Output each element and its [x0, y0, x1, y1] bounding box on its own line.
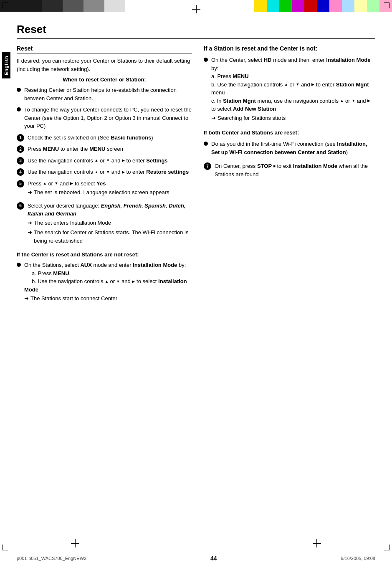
num-4: 4 — [17, 168, 24, 176]
step-5-text: Press or and to select Yes ➜ The set is … — [28, 180, 169, 198]
num-2: 2 — [17, 145, 24, 153]
right-add-new: Add New Station — [233, 106, 276, 112]
step5-arrow-text: The set is rebooted. Language selection … — [34, 188, 169, 197]
right-arrow1: ➜ Searching for Stations starts — [211, 114, 375, 122]
language-tab: English — [2, 52, 10, 79]
step-7-text: On Center, press STOP to exit Installati… — [215, 162, 375, 178]
bar-gray — [63, 0, 83, 12]
bullet-dot-1 — [17, 88, 21, 92]
center-arrow: ➜ The Stations start to connect Center — [24, 294, 192, 303]
right-bullet-text: On the Center, select HD mode and then, … — [211, 56, 375, 124]
step6-arrow2-text: The search for Center or Stations starts… — [34, 228, 192, 245]
bar-dark — [42, 0, 63, 12]
corner-mark-tl — [3, 3, 8, 8]
tri-up-3 — [94, 157, 98, 164]
step6-arrow1-text: The set enters Installation Mode — [34, 219, 111, 227]
step4-restore: Restore settings — [146, 169, 189, 175]
right-bullet-dot — [204, 58, 208, 62]
tri-right-5 — [70, 180, 73, 187]
tri-right-c — [132, 278, 135, 284]
bar-right — [254, 0, 392, 12]
center-bullet-text: On the Stations, select AUX mode and ent… — [24, 261, 192, 304]
footer-right: 9/16/2005, 09:08 — [341, 556, 375, 561]
footer-left: p001-p051_WACS700_EngNEW2 — [17, 556, 86, 561]
tri-right-r2 — [367, 98, 370, 104]
tri-down-r — [296, 81, 300, 88]
step-4-text: Use the navigation controls or and to en… — [28, 168, 189, 176]
num-6: 6 — [17, 202, 24, 210]
right-b: b. Use the navigation controls or and to… — [211, 81, 369, 96]
step2-menu1: MENU — [43, 146, 59, 152]
right-column: If a Station is reset and the Center is … — [204, 45, 375, 308]
step-2-text: Press MENU to enter the MENU screen — [28, 145, 123, 153]
corner-mark-bl — [3, 545, 8, 550]
left-bullet-2: To change the way your Center connects t… — [17, 106, 192, 130]
both-reset-heading: If both Center and Stations are reset: — [204, 129, 375, 136]
bar-ltgreen — [367, 0, 379, 12]
center-bullet-dot — [17, 263, 21, 267]
bullet-1-text: Resetting Center or Station helps to re-… — [24, 86, 192, 102]
tri-down-4 — [106, 169, 110, 175]
step-6-text: Select your desired language: English, F… — [28, 202, 192, 247]
center-bullet-1: On the Stations, select AUX mode and ent… — [17, 261, 192, 304]
step5-arrow: ➜ The set is rebooted. Language selectio… — [28, 188, 169, 197]
step3-settings: Settings — [146, 157, 167, 164]
tri-down-c — [116, 278, 120, 284]
tri-right-3 — [122, 157, 125, 164]
bar-lgray — [83, 0, 104, 12]
step6-arrow1: ➜ The set enters Installation Mode — [28, 219, 192, 227]
step5-yes: Yes — [96, 180, 106, 187]
num-7: 7 — [204, 162, 211, 170]
step-3-text: Use the navigation controls or and to en… — [28, 157, 168, 165]
footer: p001-p051_WACS700_EngNEW2 44 9/16/2005, … — [17, 553, 375, 562]
bar-black2 — [21, 0, 42, 12]
bar-red — [304, 0, 317, 12]
main-content: English Reset Reset If desired, you can … — [17, 23, 375, 542]
both-bold: Installation, Set up Wi-Fi connection be… — [211, 141, 367, 155]
stop-sq-7 — [273, 163, 275, 169]
tri-down-3 — [106, 157, 110, 164]
corner-mark-tr — [384, 3, 389, 8]
step-6: 6 Select your desired language: English,… — [17, 202, 192, 247]
left-bullet-1: Resetting Center or Station helps to re-… — [17, 86, 192, 102]
tri-up-r2 — [340, 98, 344, 104]
tri-right-4 — [122, 169, 125, 175]
bar-magenta — [292, 0, 304, 12]
center-aux: AUX — [80, 262, 91, 268]
left-column: Reset If desired, you can restore your C… — [17, 45, 192, 308]
center-reset-heading: If the Center is reset and Stations are … — [17, 251, 192, 258]
step7-stop: STOP — [257, 163, 276, 169]
right-arrow1-text: Searching for Stations starts — [217, 114, 286, 122]
bullet-2-text: To change the way your Center connects t… — [24, 106, 192, 130]
step-5: 5 Press or and to select Yes ➜ The set i… — [17, 180, 192, 198]
arrow-sym-r1: ➜ — [211, 114, 216, 122]
intro-text: If desired, you can restore your Center … — [17, 57, 192, 73]
tri-up-5 — [43, 180, 47, 187]
center-reset-heading-text: If the Center is reset and Stations are … — [17, 251, 139, 258]
bar-white — [104, 0, 125, 12]
tri-down-5 — [55, 180, 58, 187]
bullet-dot-2 — [17, 107, 21, 111]
step-1-text: Check the set is switched on (See Basic … — [28, 134, 153, 142]
step2-menu2: MENU — [89, 146, 105, 152]
step-2: 2 Press MENU to enter the MENU screen — [17, 145, 192, 153]
page-number: 44 — [210, 555, 217, 562]
right-c: c. In Station Mgnt menu, use the navigat… — [211, 98, 370, 112]
center-menu: MENU — [53, 270, 69, 276]
both-bullet-dot — [204, 142, 208, 146]
page-title: Reset — [17, 23, 375, 39]
crosshair-top — [192, 5, 200, 13]
both-bullet-text: Do as you did in the first-time Wi-Fi co… — [211, 140, 375, 156]
when-heading: When to reset Center or Station: — [17, 76, 192, 83]
bar-ltblue — [342, 0, 354, 12]
bar-left — [0, 0, 125, 12]
step6-arrow2: ➜ The search for Center or Stations star… — [28, 228, 192, 245]
step-1: 1 Check the set is switched on (See Basi… — [17, 134, 192, 142]
bar-blue — [317, 0, 329, 12]
num-1: 1 — [17, 134, 24, 142]
arrow-sym-6a: ➜ — [28, 219, 32, 227]
right-station-mgnt: Station Mgnt — [336, 81, 369, 88]
corner-mark-br — [384, 545, 389, 550]
right-station-mgnt2: Station Mgnt — [223, 98, 256, 104]
center-arrow-text: The Stations start to connect Center — [30, 294, 117, 303]
